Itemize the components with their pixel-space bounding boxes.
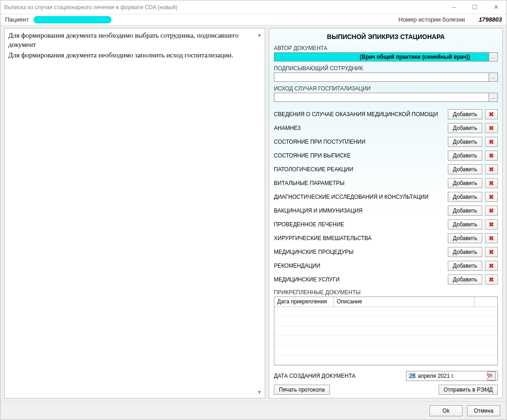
section-label: РЕКОМЕНДАЦИИ [274,263,445,269]
delete-button[interactable]: ✖ [485,274,498,285]
scroll-down-icon[interactable]: ▼ [257,389,262,395]
add-button[interactable]: Добавить [448,151,482,161]
section-row: ДИАГНОСТИЧЕСКИЕ ИССЛЕДОВАНИЯ И КОНСУЛЬТА… [274,190,498,204]
delete-button[interactable]: ✖ [485,247,498,257]
doc-date-input[interactable]: 26 апреля 2021 г. ▾ [406,371,498,381]
section-row: ВАКЦИНАЦИЯ И ИММУНИЗАЦИЯДобавить✖ [274,204,498,218]
delete-button[interactable]: ✖ [485,219,498,230]
patient-label: Пациент [5,16,29,23]
author-lookup-button[interactable]: … [489,52,498,62]
section-row: МЕДИЦИНСКИЕ ПРОЦЕДУРЫДобавить✖ [274,245,498,259]
form-title: ВЫПИСНОЙ ЭПИКРИЗ СТАЦИОНАРА [274,33,498,40]
add-button[interactable]: Добавить [448,192,482,202]
attach-col-extra[interactable] [474,297,497,307]
table-row[interactable] [274,307,497,317]
section-label: ПРОВЕДЕННОЕ ЛЕЧЕНИЕ [274,221,445,228]
section-row: ВИТАЛЬНЫЕ ПАРАМЕТРЫДобавить✖ [274,176,498,190]
section-row: СВЕДЕНИЯ О СЛУЧАЕ ОКАЗАНИЯ МЕДИЦИНСКОЙ П… [274,107,498,121]
add-button[interactable]: Добавить [448,247,482,257]
outcome-input[interactable] [274,93,489,102]
section-row: ПАТОЛОГИЧЕСКИЕ РЕАКЦИИДобавить✖ [274,162,498,176]
validation-message: Для формирования документа необходимо вы… [8,31,261,49]
section-label: ХИРУРГИЧЕСКИЕ ВМЕШАТЕЛЬСТВА [274,235,445,241]
history-number: 1798803 [479,16,502,23]
delete-icon: ✖ [489,221,494,228]
ok-button[interactable]: Ok [429,405,462,416]
add-button[interactable]: Добавить [448,206,482,216]
delete-icon: ✖ [489,139,494,145]
section-label: ПАТОЛОГИЧЕСКИЕ РЕАКЦИИ [274,166,445,173]
delete-icon: ✖ [489,180,494,186]
print-button[interactable]: Печать протокола [274,385,330,395]
outcome-label: ИСХОД СЛУЧАЯ ГОСПИТАЛИЗАЦИИ [274,85,498,92]
section-row: СОСТОЯНИЕ ПРИ ПОСТУПЛЕНИИДобавить✖ [274,135,498,149]
delete-button[interactable]: ✖ [485,137,498,147]
section-label: ДИАГНОСТИЧЕСКИЕ ИССЛЕДОВАНИЯ И КОНСУЛЬТА… [274,194,445,200]
patient-name-redacted [33,16,111,23]
section-row: ПРОВЕДЕННОЕ ЛЕЧЕНИЕДобавить✖ [274,218,498,231]
delete-button[interactable]: ✖ [485,206,498,216]
delete-button[interactable]: ✖ [485,261,498,271]
validation-message: Для формирования документа необходимо за… [8,51,261,60]
section-label: МЕДИЦИНСКИЕ УСЛУГИ [274,276,445,283]
delete-icon: ✖ [489,249,494,255]
delete-icon: ✖ [489,152,494,159]
delete-icon: ✖ [489,235,494,241]
table-row[interactable] [274,326,497,336]
section-row: ХИРУРГИЧЕСКИЕ ВМЕШАТЕЛЬСТВАДобавить✖ [274,231,498,245]
author-label: АВТОР ДОКУМЕНТА [274,45,498,51]
delete-icon: ✖ [489,194,494,200]
scroll-up-icon[interactable]: ▲ [257,31,262,38]
section-label: СОСТОЯНИЕ ПРИ ПОСТУПЛЕНИИ [274,139,445,145]
maximize-button[interactable]: ☐ [464,0,485,14]
table-row[interactable] [274,317,497,326]
close-button[interactable]: ✕ [485,0,507,14]
attachments-label: ПРИКРЕПЛЕННЫЕ ДОКУМЕНТЫ [274,289,498,296]
signer-lookup-button[interactable]: … [489,73,498,82]
author-input[interactable]: (Врач общей практики (семейный врач)) [274,52,489,62]
delete-button[interactable]: ✖ [485,123,498,133]
cancel-button[interactable]: Отмена [467,405,500,416]
add-button[interactable]: Добавить [448,178,482,188]
send-remd-button[interactable]: Отправить в РЭМД [439,385,498,395]
delete-icon: ✖ [489,276,494,283]
history-label: Номер истории болезни [398,16,465,23]
footer: Ok Отмена [0,401,507,420]
minimize-button[interactable]: ─ [443,0,464,14]
table-row[interactable] [274,355,497,365]
doc-date-label: ДАТА СОЗДАНИЯ ДОКУМЕНТА [274,373,402,379]
info-bar: Пациент Номер истории болезни 1798803 [0,14,507,25]
table-row[interactable] [274,346,497,355]
calendar-icon[interactable]: ▾ [487,371,496,381]
delete-button[interactable]: ✖ [485,164,498,174]
add-button[interactable]: Добавить [448,109,482,119]
add-button[interactable]: Добавить [448,219,482,230]
attach-col-desc[interactable]: Описание [334,297,474,307]
section-label: АНАМНЕЗ [274,125,445,131]
delete-icon: ✖ [489,111,494,118]
table-row[interactable] [274,336,497,346]
add-button[interactable]: Добавить [448,123,482,133]
delete-button[interactable]: ✖ [485,109,498,119]
section-label: ВАКЦИНАЦИЯ И ИММУНИЗАЦИЯ [274,207,445,214]
signer-input[interactable] [274,73,489,82]
signer-label: ПОДПИСЫВАЮЩИЙ СОТРУДНИК [274,65,498,72]
add-button[interactable]: Добавить [448,274,482,285]
attach-col-date[interactable]: Дата прикрепления [274,297,334,307]
delete-button[interactable]: ✖ [485,151,498,161]
form-pane: ВЫПИСНОЙ ЭПИКРИЗ СТАЦИОНАРА АВТОР ДОКУМЕ… [269,28,503,398]
section-label: МЕДИЦИНСКИЕ ПРОЦЕДУРЫ [274,249,445,255]
add-button[interactable]: Добавить [448,137,482,147]
section-label: СВЕДЕНИЯ О СЛУЧАЕ ОКАЗАНИЯ МЕДИЦИНСКОЙ П… [274,111,445,118]
delete-icon: ✖ [489,207,494,214]
add-button[interactable]: Добавить [448,261,482,271]
add-button[interactable]: Добавить [448,164,482,174]
section-label: ВИТАЛЬНЫЕ ПАРАМЕТРЫ [274,180,445,186]
add-button[interactable]: Добавить [448,233,482,243]
delete-button[interactable]: ✖ [485,192,498,202]
attachments-table[interactable]: Дата прикрепления Описание [274,297,498,365]
outcome-lookup-button[interactable]: … [489,93,498,102]
delete-button[interactable]: ✖ [485,178,498,188]
delete-button[interactable]: ✖ [485,233,498,243]
titlebar: Выписка из случая стационарного лечения … [0,0,507,14]
